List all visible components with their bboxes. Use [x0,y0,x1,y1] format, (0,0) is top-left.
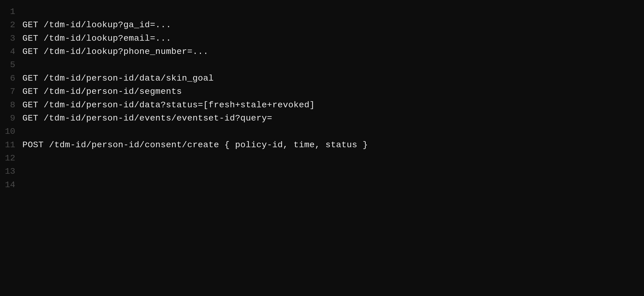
code-line[interactable]: 5 [0,58,644,71]
line-content: GET /tdm-id/person-id/segments [22,85,182,98]
code-line[interactable]: 9 GET /tdm-id/person-id/events/eventset-… [0,112,644,125]
line-content: GET /tdm-id/lookup?ga_id=... [22,18,171,32]
code-line[interactable]: 11 POST /tdm-id/person-id/consent/create… [0,138,644,152]
line-number: 12 [0,152,22,165]
code-line[interactable]: 6 GET /tdm-id/person-id/data/skin_goal [0,72,644,85]
line-number: 5 [0,58,22,71]
line-number: 11 [0,138,22,152]
line-number: 6 [0,72,22,85]
line-content: GET /tdm-id/person-id/data/skin_goal [22,72,214,85]
line-number: 14 [0,178,22,191]
line-content: GET /tdm-id/lookup?email=... [22,32,171,45]
line-number: 10 [0,125,22,138]
code-line[interactable]: 2 GET /tdm-id/lookup?ga_id=... [0,18,644,32]
code-line[interactable]: 13 [0,165,644,178]
code-line[interactable]: 8 GET /tdm-id/person-id/data?status=[fre… [0,98,644,112]
line-number: 3 [0,32,22,45]
line-number: 9 [0,112,22,125]
code-line[interactable]: 10 [0,125,644,138]
line-number: 13 [0,165,22,178]
code-line[interactable]: 12 [0,152,644,165]
line-content: POST /tdm-id/person-id/consent/create { … [22,138,368,152]
line-content: GET /tdm-id/person-id/data?status=[fresh… [22,98,315,112]
line-number: 2 [0,18,22,32]
line-content: GET /tdm-id/person-id/events/eventset-id… [22,112,272,125]
code-line[interactable]: 14 [0,178,644,191]
line-number: 1 [0,5,22,18]
code-line[interactable]: 4 GET /tdm-id/lookup?phone_number=... [0,45,644,58]
line-number: 8 [0,98,22,112]
code-line[interactable]: 3 GET /tdm-id/lookup?email=... [0,32,644,45]
code-line[interactable]: 7 GET /tdm-id/person-id/segments [0,85,644,98]
code-line[interactable]: 1 [0,5,644,18]
line-number: 7 [0,85,22,98]
code-editor[interactable]: 1 2 GET /tdm-id/lookup?ga_id=... 3 GET /… [0,5,644,191]
line-number: 4 [0,45,22,58]
line-content: GET /tdm-id/lookup?phone_number=... [22,45,209,58]
